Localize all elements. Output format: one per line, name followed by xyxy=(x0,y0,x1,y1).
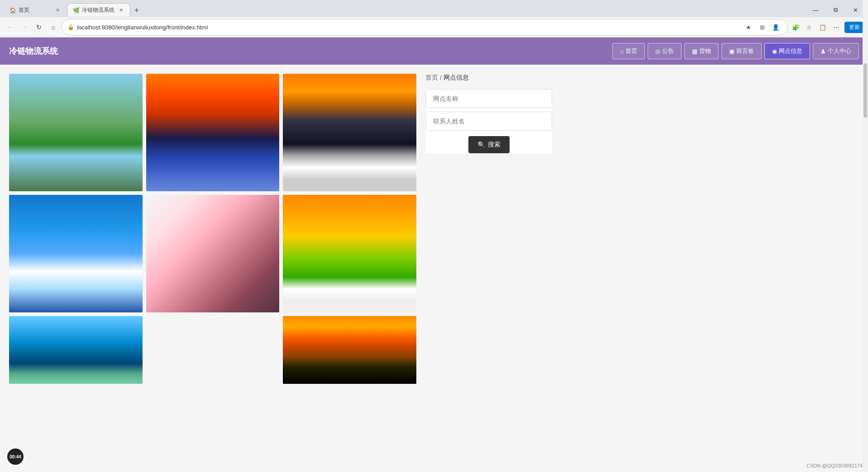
nav-network-icon: ◉ xyxy=(772,48,777,55)
address-bar-actions: ★ ⊞ 👤 xyxy=(743,21,782,33)
new-tab-button[interactable]: + xyxy=(130,4,143,17)
tab-main[interactable]: 🌿 冷链物流系统 ✕ xyxy=(67,3,130,17)
breadcrumb-separator: / xyxy=(440,74,442,81)
breadcrumb-home[interactable]: 首页 xyxy=(425,74,438,82)
image-flowers-orange xyxy=(283,195,416,312)
nav-profile-icon: ♟ xyxy=(820,48,826,55)
nav-board-icon: ▣ xyxy=(729,48,734,55)
window-controls: — ⧉ ✕ xyxy=(806,3,864,17)
minimize-button[interactable]: — xyxy=(806,3,825,17)
contact-name-input[interactable] xyxy=(425,112,552,131)
gallery-item-2[interactable] xyxy=(146,74,280,191)
network-name-input[interactable] xyxy=(425,89,552,108)
browser-chrome: 🏠 首页 ✕ 🌿 冷链物流系统 ✕ + — ⧉ ✕ ← → ↻ ⌂ 🔒 xyxy=(0,0,868,38)
split-screen-button[interactable]: ⊞ xyxy=(756,21,768,33)
gallery-item-9[interactable] xyxy=(283,316,416,384)
lock-icon: 🔒 xyxy=(67,24,74,30)
csdn-watermark: CSDN @QQ3359892174 xyxy=(806,463,863,468)
browser-action-buttons: 🧩 ☆ 📋 ⋯ xyxy=(789,21,843,33)
nav-menu: ⌂ 首页 ◎ 公告 ▦ 货物 ▣ 留言板 ◉ 网点信息 ♟ 个人中心 xyxy=(612,43,859,59)
nav-network-label: 网点信息 xyxy=(779,47,802,55)
app-wrapper: 冷链物流系统 ⌂ 首页 ◎ 公告 ▦ 货物 ▣ 留言板 ◉ 网点信息 xyxy=(0,38,868,472)
favorites-button[interactable]: ☆ xyxy=(803,21,816,33)
search-button[interactable]: 🔍 搜索 xyxy=(468,136,510,153)
refresh-button[interactable]: ↻ xyxy=(33,21,45,33)
close-button[interactable]: ✕ xyxy=(846,3,864,17)
address-bar-row: ← → ↻ ⌂ 🔒 localhost:8080/lenglianwuliuxi… xyxy=(0,17,868,37)
nav-home-icon: ⌂ xyxy=(620,48,624,55)
app-logo: 冷链物流系统 xyxy=(9,46,612,57)
search-icon: 🔍 xyxy=(477,141,485,148)
tab-home-favicon: 🏠 xyxy=(10,7,16,14)
nav-item-goods[interactable]: ▦ 货物 xyxy=(684,43,719,59)
image-fuji-sunset xyxy=(146,74,280,191)
tab-bar: 🏠 首页 ✕ 🌿 冷链物流系统 ✕ + xyxy=(4,3,806,17)
gallery-item-7[interactable] xyxy=(9,316,143,384)
gallery-item-8-empty xyxy=(146,316,280,384)
nav-item-network[interactable]: ◉ 网点信息 xyxy=(764,43,810,59)
image-city-night xyxy=(283,74,416,191)
gallery-item-6[interactable] xyxy=(283,195,416,312)
main-content: 首页 / 网点信息 🔍 搜索 xyxy=(0,65,868,472)
search-panel: 首页 / 网点信息 🔍 搜索 xyxy=(425,74,552,463)
gallery-grid xyxy=(9,74,416,312)
image-ocean-island xyxy=(9,316,143,384)
tab-main-favicon: 🌿 xyxy=(73,7,79,14)
gallery-bottom-row xyxy=(9,316,416,384)
image-sunset-tree xyxy=(283,316,416,384)
bookmark-button[interactable]: ★ xyxy=(743,21,754,33)
nav-goods-icon: ▦ xyxy=(692,48,697,55)
image-cherry-blossom xyxy=(146,195,280,312)
profile-button[interactable]: 👤 xyxy=(770,21,782,33)
scrollbar[interactable] xyxy=(863,0,868,472)
search-button-label: 搜索 xyxy=(488,141,501,149)
tab-main-label: 冷链物流系统 xyxy=(82,6,114,14)
nav-profile-label: 个人中心 xyxy=(828,47,851,55)
browser-top-bar: 🏠 首页 ✕ 🌿 冷链物流系统 ✕ + — ⧉ ✕ xyxy=(0,0,868,17)
search-form: 🔍 搜索 xyxy=(425,89,552,153)
breadcrumb-current: 网点信息 xyxy=(444,74,469,82)
app-header: 冷链物流系统 ⌂ 首页 ◎ 公告 ▦ 货物 ▣ 留言板 ◉ 网点信息 xyxy=(0,38,868,65)
address-text: localhost:8080/lenglianwuliuxitong/front… xyxy=(77,24,740,31)
tab-home-label: 首页 xyxy=(19,6,29,14)
image-mountain-lake xyxy=(9,74,143,191)
nav-board-label: 留言板 xyxy=(736,47,754,55)
nav-notice-label: 公告 xyxy=(662,47,674,55)
back-button[interactable]: ← xyxy=(4,21,16,33)
update-button[interactable]: 更新 xyxy=(844,22,864,33)
nav-item-home[interactable]: ⌂ 首页 xyxy=(612,43,645,59)
collections-button[interactable]: 📋 xyxy=(816,21,829,33)
gallery-item-1[interactable] xyxy=(9,74,143,191)
forward-button[interactable]: → xyxy=(18,21,31,33)
tab-main-close[interactable]: ✕ xyxy=(117,7,124,14)
gallery-area xyxy=(9,74,416,463)
nav-home-label: 首页 xyxy=(625,47,637,55)
breadcrumb: 首页 / 网点信息 xyxy=(425,74,552,82)
nav-item-board[interactable]: ▣ 留言板 xyxy=(721,43,762,59)
scrollbar-thumb[interactable] xyxy=(863,63,867,118)
gallery-item-5[interactable] xyxy=(146,195,280,312)
address-bar[interactable]: 🔒 localhost:8080/lenglianwuliuxitong/fro… xyxy=(62,19,787,35)
image-blue-sky-water xyxy=(9,195,143,312)
restore-button[interactable]: ⧉ xyxy=(826,3,844,17)
tab-home[interactable]: 🏠 首页 ✕ xyxy=(4,3,67,17)
more-button[interactable]: ⋯ xyxy=(830,21,843,33)
nav-notice-icon: ◎ xyxy=(655,48,660,55)
nav-item-profile[interactable]: ♟ 个人中心 xyxy=(813,43,859,59)
nav-goods-label: 货物 xyxy=(699,47,711,55)
home-button[interactable]: ⌂ xyxy=(47,21,60,33)
gallery-item-3[interactable] xyxy=(283,74,416,191)
time-badge: 00:44 xyxy=(7,448,24,465)
tab-home-close[interactable]: ✕ xyxy=(54,7,61,14)
gallery-item-4[interactable] xyxy=(9,195,143,312)
extensions-button[interactable]: 🧩 xyxy=(789,21,802,33)
nav-item-notice[interactable]: ◎ 公告 xyxy=(648,43,682,59)
